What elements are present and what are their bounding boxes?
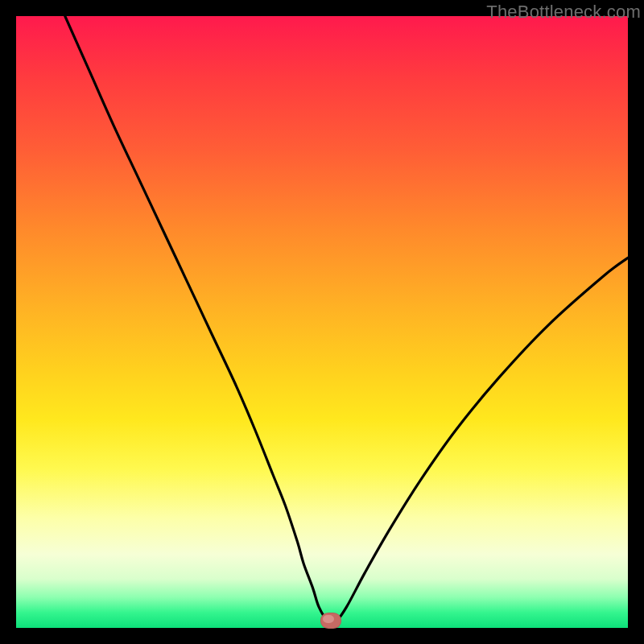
selected-point-marker (320, 613, 341, 629)
bottleneck-curve (16, 16, 628, 628)
outer-frame: TheBottleneck.com (0, 0, 644, 644)
watermark-text: TheBottleneck.com (486, 2, 641, 23)
selected-point-marker-highlight (323, 615, 334, 623)
